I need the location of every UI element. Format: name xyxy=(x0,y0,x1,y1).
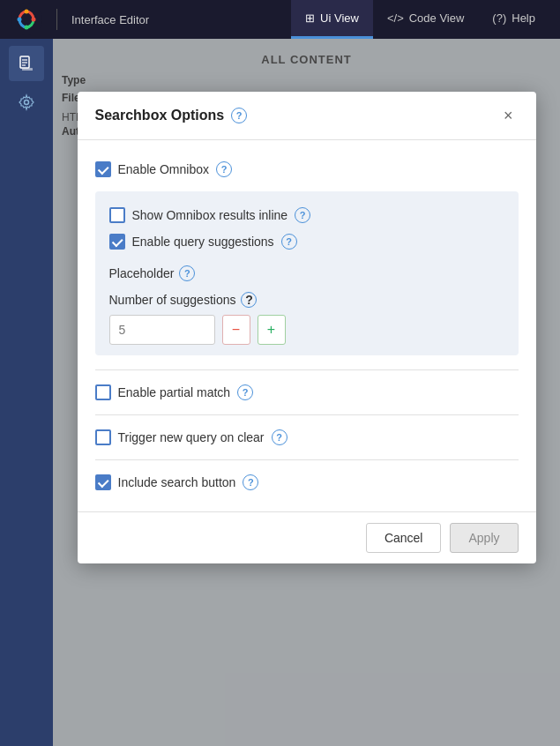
num-suggestions-label: Number of suggestions xyxy=(109,293,236,307)
num-suggestions-help-icon[interactable]: ? xyxy=(241,292,257,308)
modal-header: Searchbox Options ? × xyxy=(78,92,536,140)
enable-partial-match-help-icon[interactable]: ? xyxy=(237,384,253,400)
svg-rect-6 xyxy=(22,68,33,71)
divider-3 xyxy=(95,459,519,460)
enable-omnibox-checkbox[interactable] xyxy=(95,161,111,177)
decrement-suggestions-button[interactable]: − xyxy=(222,315,250,345)
enable-partial-match-row: Enable partial match ? xyxy=(95,377,519,407)
svg-point-4 xyxy=(25,26,29,30)
apply-button[interactable]: Apply xyxy=(450,523,518,553)
sidebar-icon-document[interactable] xyxy=(9,46,44,81)
main-layout: ALL CONTENT Type File Type HTML... Autho… xyxy=(0,39,560,746)
placeholder-label: Placeholder xyxy=(109,266,175,280)
show-inline-row: Show Omnibox results inline ? xyxy=(109,202,504,228)
ui-view-icon: ⊞ xyxy=(305,11,315,25)
help-circle-icon: (?) xyxy=(492,11,506,25)
topbar-divider xyxy=(56,9,57,30)
trigger-new-query-checkbox[interactable] xyxy=(95,429,111,445)
coveo-logo xyxy=(11,4,42,35)
enable-omnibox-row: Enable Omnibox ? xyxy=(95,154,519,184)
svg-point-10 xyxy=(25,101,29,105)
num-suggestions-input-row: − + xyxy=(109,315,504,345)
tab-code-view[interactable]: </> Code View xyxy=(373,0,478,39)
svg-point-2 xyxy=(18,18,22,22)
tab-help[interactable]: (?) Help xyxy=(478,0,549,39)
trigger-new-query-help-icon[interactable]: ? xyxy=(272,429,287,445)
enable-suggestions-checkbox[interactable] xyxy=(109,234,125,250)
include-search-button-checkbox[interactable] xyxy=(95,474,111,490)
include-search-button-help-icon[interactable]: ? xyxy=(243,474,258,490)
include-search-button-row: Include search button ? xyxy=(95,467,519,497)
tab-ui-view[interactable]: ⊞ Ui View xyxy=(291,0,373,39)
enable-omnibox-help-icon[interactable]: ? xyxy=(216,161,232,177)
enable-partial-match-checkbox[interactable] xyxy=(95,384,111,400)
show-inline-help-icon[interactable]: ? xyxy=(295,207,310,223)
include-search-button-label: Include search button xyxy=(118,475,236,489)
placeholder-help-icon[interactable]: ? xyxy=(179,265,195,281)
tab-ui-view-label: Ui View xyxy=(320,11,359,25)
omnibox-sub-section: Show Omnibox results inline ? Enable que… xyxy=(95,191,519,355)
divider-1 xyxy=(95,369,519,370)
enable-partial-match-label: Enable partial match xyxy=(118,385,231,399)
show-inline-checkbox[interactable] xyxy=(109,207,125,223)
tab-code-view-label: Code View xyxy=(409,11,465,25)
modal-title: Searchbox Options xyxy=(95,108,225,123)
topbar-tabs: ⊞ Ui View </> Code View (?) Help xyxy=(291,0,549,39)
increment-suggestions-button[interactable]: + xyxy=(258,315,286,345)
modal-close-button[interactable]: × xyxy=(498,106,519,125)
divider-2 xyxy=(95,414,519,415)
svg-point-1 xyxy=(25,10,29,14)
tab-help-label: Help xyxy=(511,11,535,25)
topbar: Interface Editor ⊞ Ui View </> Code View… xyxy=(0,0,560,39)
show-inline-label: Show Omnibox results inline xyxy=(132,208,288,222)
svg-point-3 xyxy=(32,18,36,22)
placeholder-label-row: Placeholder ? xyxy=(109,265,504,281)
topbar-app-title: Interface Editor xyxy=(71,13,149,26)
modal-title-row: Searchbox Options ? xyxy=(95,108,248,123)
num-suggestions-input[interactable] xyxy=(109,315,215,345)
modal-body: Enable Omnibox ? Show Omnibox results in… xyxy=(78,140,536,511)
num-suggestions-label-row: Number of suggestions ? xyxy=(109,292,504,308)
cancel-button[interactable]: Cancel xyxy=(366,523,442,553)
content-area: ALL CONTENT Type File Type HTML... Autho… xyxy=(53,39,560,746)
modal-searchbox-options: Searchbox Options ? × Enable Omnibox ? xyxy=(78,92,536,563)
left-sidebar xyxy=(0,39,53,746)
enable-suggestions-label: Enable query suggestions xyxy=(132,235,274,249)
svg-point-0 xyxy=(11,4,42,35)
code-view-icon: </> xyxy=(387,11,404,25)
enable-omnibox-label: Enable Omnibox xyxy=(118,162,210,176)
trigger-new-query-label: Trigger new query on clear xyxy=(118,430,265,444)
trigger-new-query-row: Trigger new query on clear ? xyxy=(95,422,519,452)
modal-footer: Cancel Apply xyxy=(78,511,536,563)
modal-title-help-icon[interactable]: ? xyxy=(231,108,247,123)
sidebar-icon-settings[interactable] xyxy=(9,85,44,120)
enable-suggestions-row: Enable query suggestions ? xyxy=(109,228,504,255)
enable-suggestions-help-icon[interactable]: ? xyxy=(281,234,297,250)
